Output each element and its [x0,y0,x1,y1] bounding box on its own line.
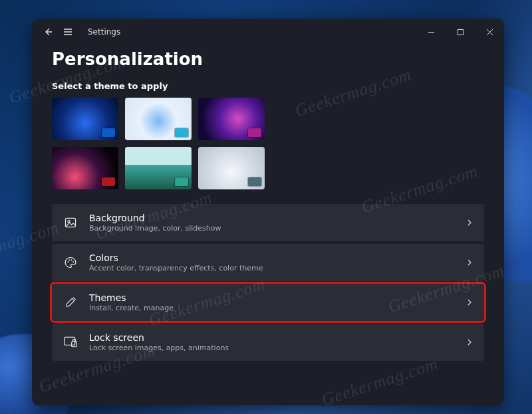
theme-tile-windows-light-blue[interactable] [125,98,192,140]
paintbrush-icon [63,294,78,310]
theme-tile-glow-purple[interactable] [198,98,265,140]
chevron-right-icon [466,298,473,306]
svg-rect-0 [458,29,463,35]
svg-point-5 [71,259,72,260]
svg-rect-7 [65,337,75,345]
settings-item-text: ThemesInstall, create, manage [89,292,466,312]
theme-tile-sunrise-light[interactable] [198,147,265,189]
svg-point-3 [67,261,68,262]
content-area: Personalization Select a theme to apply … [32,45,504,405]
page-title: Personalization [52,49,484,69]
settings-item-text: ColorsAccent color, transparency effects… [89,253,466,272]
settings-item-subtitle: Background image, color, slideshow [89,224,466,233]
settings-item-title: Colors [89,253,466,263]
close-button[interactable] [475,19,504,45]
hamburger-icon [63,27,73,37]
chevron-right-icon [466,259,473,266]
svg-point-2 [68,221,70,223]
titlebar: Settings [32,19,504,45]
accent-chip [248,177,261,186]
settings-item-title: Themes [89,292,466,303]
accent-chip [102,128,115,137]
themes-section-label: Select a theme to apply [52,81,484,91]
theme-tile-flow-dark-red[interactable] [52,147,118,189]
theme-grid [52,98,484,189]
settings-item-colors[interactable]: ColorsAccent color, transparency effects… [52,244,484,281]
palette-icon [63,255,78,270]
chevron-right-icon [466,219,473,227]
settings-item-background[interactable]: BackgroundBackground image, color, slide… [52,204,484,241]
settings-item-subtitle: Lock screen images, apps, animations [89,344,466,352]
svg-point-6 [72,261,74,262]
minimize-icon [428,29,435,36]
settings-item-title: Lock screen [89,332,466,343]
chevron-right-icon [466,338,473,346]
app-title: Settings [88,27,120,37]
settings-item-text: BackgroundBackground image, color, slide… [89,213,466,233]
settings-item-lock-screen[interactable]: Lock screenLock screen images, apps, ani… [52,324,484,361]
maximize-button[interactable] [446,19,475,45]
window-controls [416,19,504,45]
settings-list: BackgroundBackground image, color, slide… [52,204,484,361]
svg-point-4 [68,259,70,260]
svg-rect-8 [72,342,77,347]
maximize-icon [457,29,464,36]
close-icon [486,29,493,36]
settings-item-title: Background [89,213,466,223]
accent-chip [175,177,188,186]
settings-item-subtitle: Install, create, manage [89,304,466,312]
theme-tile-windows-dark-blue[interactable] [52,98,118,140]
settings-item-subtitle: Accent color, transparency effects, colo… [89,264,466,272]
accent-chip [248,128,261,137]
settings-item-themes[interactable]: ThemesInstall, create, manage [52,284,484,321]
settings-window: Settings Personalization Select a theme … [32,19,504,405]
nav-menu-button[interactable] [60,24,76,40]
accent-chip [175,128,188,137]
back-button[interactable] [40,24,56,40]
minimize-button[interactable] [416,19,446,45]
theme-tile-captured-motion[interactable] [125,147,192,189]
arrow-left-icon [43,27,53,37]
image-icon [63,215,78,231]
settings-item-text: Lock screenLock screen images, apps, ani… [89,332,466,352]
lock-screen-icon [63,334,78,350]
accent-chip [102,177,115,186]
